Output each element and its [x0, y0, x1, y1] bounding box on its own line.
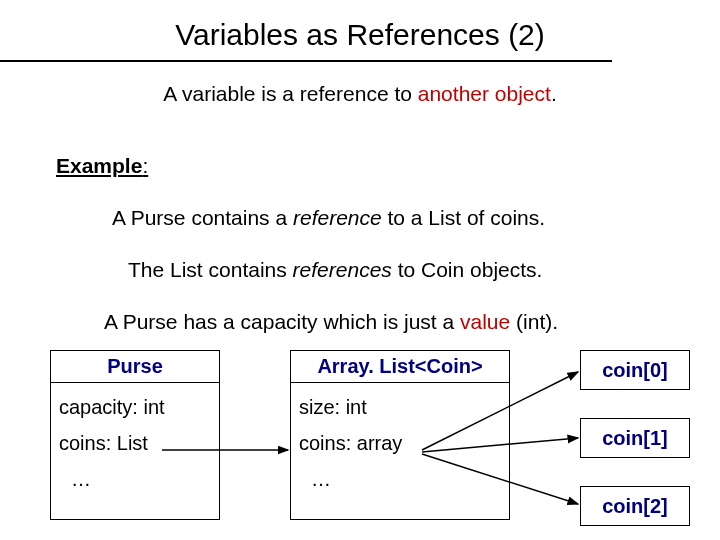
purse-row-ellipsis: … — [59, 461, 211, 497]
line2-italic: references — [293, 258, 392, 281]
line1-pre: A Purse contains a — [112, 206, 293, 229]
purse-row-coins: coins: List — [59, 425, 211, 461]
subtitle-post: . — [551, 82, 557, 105]
purse-row-capacity: capacity: int — [59, 389, 211, 425]
body-line-1: A Purse contains a reference to a List o… — [112, 206, 545, 230]
example-text: Example — [56, 154, 142, 177]
coin-box-1: coin[1] — [580, 418, 690, 458]
subtitle-pre: A variable is a reference to — [163, 82, 417, 105]
coin-box-0: coin[0] — [580, 350, 690, 390]
line3-pre: A Purse has a capacity which is just a — [104, 310, 460, 333]
arraylist-box: Array. List<Coin> size: int coins: array… — [290, 350, 510, 520]
line1-post: to a List of coins. — [382, 206, 545, 229]
line3-post: (int). — [510, 310, 558, 333]
line1-italic: reference — [293, 206, 382, 229]
body-line-3: A Purse has a capacity which is just a v… — [104, 310, 558, 334]
line2-post: to Coin objects. — [392, 258, 543, 281]
arraylist-row-coins: coins: array — [299, 425, 501, 461]
purse-box: Purse capacity: int coins: List … — [50, 350, 220, 520]
arraylist-row-ellipsis: … — [299, 461, 501, 497]
title-area: Variables as References (2) — [0, 18, 720, 52]
subtitle: A variable is a reference to another obj… — [0, 82, 720, 106]
arraylist-body: size: int coins: array … — [291, 383, 509, 501]
example-colon: : — [142, 154, 148, 177]
line3-red: value — [460, 310, 510, 333]
purse-body: capacity: int coins: List … — [51, 383, 219, 501]
slide-title: Variables as References (2) — [175, 18, 545, 52]
arraylist-row-size: size: int — [299, 389, 501, 425]
subtitle-red: another object — [418, 82, 551, 105]
arraylist-head: Array. List<Coin> — [291, 351, 509, 383]
body-line-2: The List contains references to Coin obj… — [128, 258, 542, 282]
example-label: Example: — [56, 154, 148, 178]
coin-box-2: coin[2] — [580, 486, 690, 526]
slide: Variables as References (2) A variable i… — [0, 0, 720, 540]
title-underline — [0, 60, 612, 62]
line2-pre: The List contains — [128, 258, 293, 281]
purse-head: Purse — [51, 351, 219, 383]
